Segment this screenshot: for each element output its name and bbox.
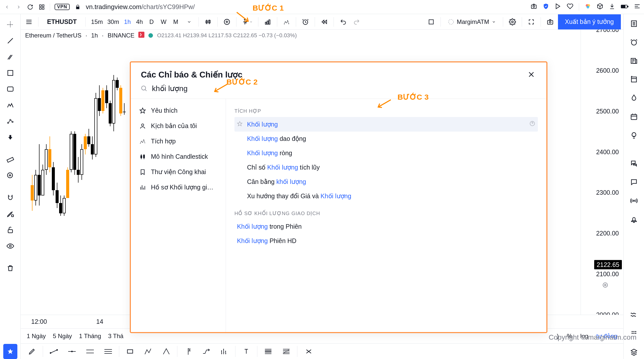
alert-clock-icon[interactable]	[300, 16, 311, 28]
xabcd-icon[interactable]	[139, 345, 157, 357]
pencil-icon[interactable]	[23, 345, 41, 357]
line-icon[interactable]	[45, 345, 63, 357]
shield-check-icon[interactable]	[543, 3, 549, 11]
category-candle[interactable]: Mô hình Candlestick	[131, 149, 226, 164]
interval-M[interactable]: M	[170, 16, 181, 28]
battery-icon[interactable]	[621, 4, 628, 11]
stream-icon[interactable]	[627, 194, 641, 208]
price-axis[interactable]: 2700.002600.002500.002400.002300.002200.…	[581, 30, 623, 315]
financials-icon[interactable]	[262, 16, 273, 28]
send-icon[interactable]	[555, 3, 561, 11]
text-tool-icon[interactable]	[3, 82, 17, 97]
snapshot-camera-icon[interactable]	[544, 16, 556, 28]
bars-tool-icon[interactable]	[216, 345, 233, 357]
result-item[interactable]: Khối lượng trong Phiên	[234, 219, 538, 234]
trendline-icon[interactable]	[3, 33, 17, 48]
trash-icon[interactable]	[3, 261, 17, 276]
layout-picker[interactable]: MargimATM	[444, 16, 499, 28]
category-star[interactable]: Yêu thích	[131, 103, 226, 118]
compare-plus-icon[interactable]	[221, 16, 233, 28]
undo-icon[interactable]	[337, 16, 349, 28]
category-bars[interactable]: Hồ sơ Khối lượng gi…	[131, 180, 226, 195]
range-option[interactable]: 1 Tháng	[79, 333, 101, 339]
url-bar[interactable]: vn.tradingview.com/chart/sYC99HPw/	[86, 3, 195, 11]
menu-lines-icon[interactable]	[634, 3, 640, 11]
hline-icon[interactable]	[63, 345, 81, 357]
heart-icon[interactable]	[567, 3, 573, 11]
select-rect-icon[interactable]	[425, 16, 437, 28]
pencil-lock-icon[interactable]	[3, 206, 17, 221]
zoom-plus-icon[interactable]	[3, 168, 17, 183]
calendar-icon[interactable]	[627, 110, 641, 124]
color-palette-icon[interactable]	[585, 3, 591, 11]
result-item[interactable]: Chỉ số Khối lượng tích lũy	[234, 160, 538, 175]
download-icon[interactable]	[609, 3, 615, 11]
fib-ext-icon[interactable]	[277, 345, 295, 357]
alarm-icon[interactable]	[627, 35, 641, 49]
triangle-icon[interactable]	[157, 345, 175, 357]
range-option[interactable]: 1 Ngày	[27, 333, 46, 339]
fullscreen-icon[interactable]	[526, 16, 537, 28]
replay-icon[interactable]	[318, 16, 330, 28]
forward-icon[interactable]	[15, 4, 22, 11]
interval-30m[interactable]: 30m	[105, 16, 121, 28]
ideas-bulb-icon[interactable]	[627, 128, 641, 142]
interval-15m[interactable]: 15m	[89, 16, 105, 28]
parallel-icon[interactable]	[81, 345, 99, 357]
settings-gear-icon[interactable]	[507, 16, 518, 28]
unlock-icon[interactable]	[3, 222, 17, 237]
fib-retrace-icon[interactable]	[259, 345, 277, 357]
watchlist-icon[interactable]	[627, 17, 641, 31]
magnet-icon[interactable]	[3, 190, 17, 205]
interval-W[interactable]: W	[158, 16, 169, 28]
template-icon[interactable]	[281, 16, 292, 28]
category-user[interactable]: Kịch bản của tôi	[131, 118, 226, 134]
cube-icon[interactable]	[597, 3, 603, 11]
shapes-icon[interactable]	[3, 65, 17, 81]
ruler-icon[interactable]	[3, 152, 17, 167]
hotlist-icon[interactable]	[627, 91, 641, 105]
result-item[interactable]: Khối lượng	[234, 117, 538, 132]
close-icon[interactable]	[526, 69, 536, 79]
vpn-badge[interactable]: VPN	[55, 4, 70, 10]
candles-style-icon[interactable]	[202, 16, 214, 28]
redo-icon[interactable]	[351, 16, 363, 28]
hamburger-icon[interactable]	[23, 16, 35, 28]
result-item[interactable]: Xu hướng thay đổi Giá và Khối lượng	[234, 189, 538, 203]
chevron-down-icon[interactable]	[183, 16, 195, 28]
result-item[interactable]: Khối lượng Phiên HD	[234, 234, 538, 248]
price-arrow-icon[interactable]	[197, 345, 215, 357]
category-chart[interactable]: Tích hợp	[131, 134, 226, 149]
result-item[interactable]: Khối lượng ròng	[234, 146, 538, 160]
waves-icon[interactable]	[627, 308, 641, 322]
eye-icon[interactable]	[3, 238, 17, 254]
result-item[interactable]: Khối lượng dao động	[234, 132, 538, 146]
chat-multi-icon[interactable]	[627, 156, 641, 171]
camera-icon[interactable]	[531, 3, 537, 11]
star-favorite-icon[interactable]	[3, 344, 17, 359]
news-icon[interactable]	[627, 54, 641, 68]
back-icon[interactable]	[4, 4, 11, 11]
arrow-down-icon[interactable]	[3, 130, 17, 145]
publish-button[interactable]: Xuất bản ý tưởng	[558, 14, 621, 29]
apps-grid-icon[interactable]	[38, 4, 45, 11]
help-icon[interactable]	[529, 121, 535, 128]
scissors-icon[interactable]	[299, 345, 317, 357]
interval-1h[interactable]: 1h	[122, 16, 133, 28]
chat-icon[interactable]	[627, 175, 641, 189]
axis-settings-icon[interactable]	[602, 282, 608, 290]
category-bookmark[interactable]: Thư viện Công khai	[131, 164, 226, 180]
result-item[interactable]: Cân bằng khối lượng	[234, 175, 538, 189]
range-option[interactable]: 5 Ngày	[53, 333, 72, 339]
channel-icon[interactable]	[99, 345, 117, 357]
crosshair-icon[interactable]	[3, 17, 17, 32]
vline-flag-icon[interactable]	[179, 345, 197, 357]
pattern-icon[interactable]	[3, 98, 17, 113]
dialog-search[interactable]	[131, 84, 546, 99]
symbol-button[interactable]: ETHUSDT	[42, 16, 82, 28]
star-icon[interactable]	[237, 121, 243, 128]
rect-icon[interactable]	[121, 345, 139, 357]
interval-4h[interactable]: 4h	[134, 16, 145, 28]
layers-icon[interactable]	[627, 345, 641, 359]
reload-icon[interactable]	[27, 4, 34, 11]
